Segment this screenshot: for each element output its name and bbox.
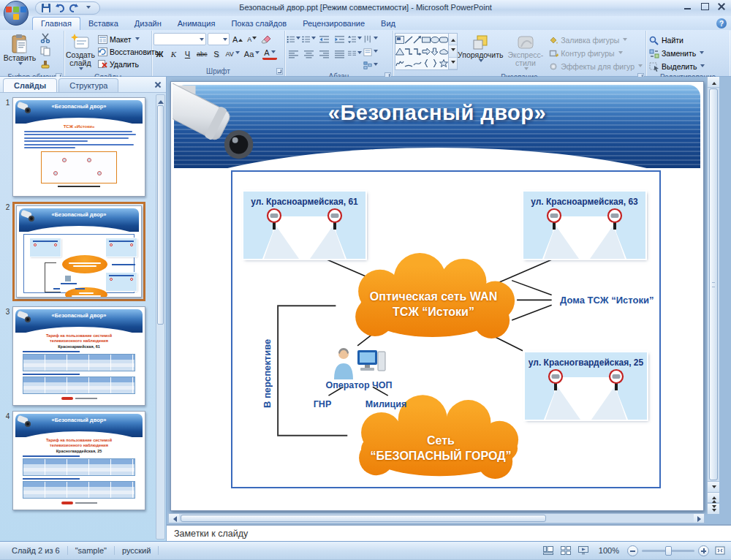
- tab-insert[interactable]: Вставка: [80, 18, 126, 30]
- reset-slide-button[interactable]: Восстановить: [96, 46, 160, 58]
- horizontal-scrollbar[interactable]: [168, 513, 705, 523]
- vertical-scrollbar[interactable]: [707, 77, 719, 514]
- slide[interactable]: «Безопасный двор»: [170, 81, 704, 511]
- underline-button[interactable]: Ч: [181, 48, 194, 60]
- line-spacing-button[interactable]: [348, 33, 362, 45]
- shape-star[interactable]: [439, 58, 448, 69]
- shape-right-brace[interactable]: [431, 58, 439, 69]
- minimize-button[interactable]: [683, 2, 693, 11]
- shrink-font-button[interactable]: A: [246, 33, 258, 45]
- copy-button[interactable]: [38, 45, 53, 57]
- paste-button[interactable]: Вставить: [3, 31, 37, 72]
- notes-pane[interactable]: Заметки к слайду: [167, 524, 731, 541]
- previous-slide-button[interactable]: [708, 492, 719, 503]
- maximize-button[interactable]: [700, 2, 710, 11]
- slide-1-thumbnail[interactable]: «Безопасный двор» ТСЖ «Истоки»: [12, 97, 145, 197]
- shape-scribble[interactable]: [395, 58, 404, 69]
- arrange-button[interactable]: Упорядочить: [458, 31, 503, 72]
- shape-textbox[interactable]: [395, 34, 404, 45]
- shapes-scroll-up[interactable]: [449, 34, 457, 45]
- bullets-button[interactable]: [287, 33, 300, 45]
- scroll-down-button[interactable]: [708, 481, 719, 492]
- shape-elbow-arrow-connector[interactable]: [413, 45, 422, 57]
- text-shadow-button[interactable]: S: [211, 48, 223, 60]
- layout-button[interactable]: Макет: [96, 34, 160, 45]
- font-name-combo[interactable]: [154, 33, 206, 45]
- align-center-button[interactable]: [302, 48, 316, 60]
- office-button[interactable]: [4, 1, 29, 26]
- shape-line[interactable]: [404, 34, 413, 45]
- close-button[interactable]: [716, 2, 727, 11]
- panel-scroll-thumb[interactable]: [157, 105, 164, 325]
- slideshow-view-button[interactable]: [577, 545, 591, 557]
- strikethrough-button[interactable]: abc: [195, 48, 209, 60]
- language-indicator[interactable]: русский: [115, 546, 159, 555]
- find-button[interactable]: Найти: [648, 34, 706, 46]
- quick-styles-button[interactable]: Экспресс-стили: [503, 31, 548, 72]
- increase-indent-button[interactable]: [333, 33, 346, 45]
- format-painter-button[interactable]: [38, 58, 53, 70]
- horizontal-scroll-thumb[interactable]: [181, 515, 546, 522]
- tab-slideshow[interactable]: Показ слайдов: [223, 18, 295, 30]
- zoom-in-button[interactable]: [698, 545, 709, 556]
- panel-scrollbar[interactable]: [156, 94, 165, 540]
- tab-outline[interactable]: Структура: [58, 78, 118, 92]
- font-size-combo[interactable]: [208, 33, 230, 45]
- grow-font-button[interactable]: A: [231, 33, 244, 45]
- building-krasnoarmeyskaya-63[interactable]: ул. Красноармейская, 63: [523, 192, 645, 259]
- columns-button[interactable]: [348, 48, 362, 60]
- scroll-left-button[interactable]: [169, 514, 179, 523]
- slide-sorter-view-button[interactable]: [559, 545, 573, 557]
- new-slide-button[interactable]: Создать слайд: [66, 31, 95, 72]
- tab-home[interactable]: Главная: [32, 17, 80, 30]
- replace-button[interactable]: Заменить: [648, 48, 706, 59]
- shape-cloud[interactable]: [439, 45, 448, 57]
- shape-down-arrow[interactable]: [431, 45, 439, 57]
- tab-animation[interactable]: Анимация: [170, 18, 224, 30]
- change-case-button[interactable]: Aa: [243, 48, 261, 60]
- panel-close-icon[interactable]: [154, 80, 162, 89]
- building-krasnoarmeyskaya-61[interactable]: ул. Красноармейская, 61: [243, 192, 366, 259]
- justify-button[interactable]: [333, 48, 346, 60]
- tab-slides[interactable]: Слайды: [3, 78, 57, 92]
- italic-button[interactable]: К: [167, 48, 180, 60]
- fit-to-window-button[interactable]: [713, 545, 727, 557]
- font-dialog-launcher[interactable]: [276, 68, 283, 75]
- slide-counter[interactable]: Слайд 2 из 6: [4, 546, 68, 555]
- character-spacing-button[interactable]: AV: [224, 48, 241, 60]
- clear-formatting-button[interactable]: [260, 33, 273, 45]
- scroll-right-button[interactable]: [694, 514, 704, 523]
- shape-rounded-rectangle[interactable]: [439, 34, 448, 45]
- shapes-gallery-more[interactable]: [449, 58, 457, 69]
- scroll-up-button[interactable]: [708, 77, 719, 88]
- tab-design[interactable]: Дизайн: [126, 18, 170, 30]
- shape-left-brace[interactable]: [422, 58, 431, 69]
- tab-view[interactable]: Вид: [373, 18, 404, 30]
- shape-rectangle[interactable]: [422, 34, 431, 45]
- zoom-slider[interactable]: [642, 550, 694, 552]
- zoom-out-button[interactable]: [627, 545, 638, 556]
- shape-outline-button[interactable]: Контур фигуры: [548, 48, 644, 59]
- zoom-slider-thumb[interactable]: [665, 546, 672, 556]
- help-button[interactable]: ?: [716, 18, 727, 29]
- shape-right-arrow[interactable]: [422, 45, 431, 57]
- shape-oval[interactable]: [431, 34, 439, 45]
- shape-arc[interactable]: [404, 58, 413, 69]
- shape-elbow-connector[interactable]: [404, 45, 413, 57]
- shapes-scroll-down[interactable]: [449, 45, 457, 57]
- zoom-level[interactable]: 100%: [594, 546, 624, 555]
- next-slide-button[interactable]: [708, 503, 719, 514]
- delete-slide-button[interactable]: Удалить: [96, 58, 160, 70]
- numbering-button[interactable]: [302, 33, 316, 45]
- building-krasnogvardeyskaya-25[interactable]: ул. Красногвардейская, 25: [525, 352, 647, 420]
- shape-isosceles-triangle[interactable]: [395, 45, 404, 57]
- vertical-scroll-thumb[interactable]: [709, 88, 718, 480]
- select-button[interactable]: Выделить: [648, 61, 706, 72]
- cut-button[interactable]: [38, 31, 53, 44]
- decrease-indent-button[interactable]: [317, 33, 331, 45]
- shape-curve[interactable]: [413, 58, 422, 69]
- network-diagram[interactable]: ул. Красноармейская, 61 ул. Красно: [231, 170, 661, 488]
- normal-view-button[interactable]: [542, 545, 556, 557]
- text-direction-button[interactable]: [363, 33, 378, 45]
- slide-4-thumbnail[interactable]: «Безопасный двор» Тариф на пользование с…: [12, 411, 145, 510]
